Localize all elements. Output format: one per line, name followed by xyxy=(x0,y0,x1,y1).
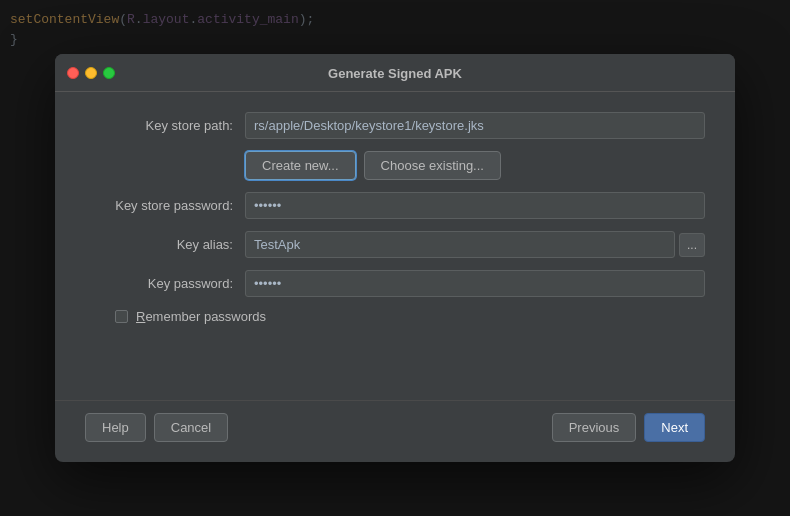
remember-underline: R xyxy=(136,309,145,324)
create-new-button[interactable]: Create new... xyxy=(245,151,356,180)
keystore-action-buttons: Create new... Choose existing... xyxy=(245,151,705,180)
help-button[interactable]: Help xyxy=(85,413,146,442)
key-alias-label: Key alias: xyxy=(85,237,245,252)
maximize-button[interactable] xyxy=(103,67,115,79)
key-alias-browse-button[interactable]: ... xyxy=(679,233,705,257)
generate-signed-apk-dialog: Generate Signed APK Key store path: Crea… xyxy=(55,54,735,462)
remember-passwords-checkbox[interactable] xyxy=(115,310,128,323)
key-alias-field: ... xyxy=(245,231,705,258)
traffic-lights xyxy=(67,67,115,79)
choose-existing-button[interactable]: Choose existing... xyxy=(364,151,501,180)
title-bar: Generate Signed APK xyxy=(55,54,735,92)
key-password-row: Key password: xyxy=(85,270,705,297)
footer-left-buttons: Help Cancel xyxy=(85,413,228,442)
key-password-label: Key password: xyxy=(85,276,245,291)
keystore-path-field xyxy=(245,112,705,139)
keystore-password-field xyxy=(245,192,705,219)
key-password-field xyxy=(245,270,705,297)
keystore-path-input[interactable] xyxy=(245,112,705,139)
keystore-password-label: Key store password: xyxy=(85,198,245,213)
dialog-footer: Help Cancel Previous Next xyxy=(55,400,735,462)
keystore-password-row: Key store password: xyxy=(85,192,705,219)
close-button[interactable] xyxy=(67,67,79,79)
keystore-path-row: Key store path: xyxy=(85,112,705,139)
remember-passwords-label: Remember passwords xyxy=(136,309,266,324)
previous-button[interactable]: Previous xyxy=(552,413,637,442)
dialog-title: Generate Signed APK xyxy=(328,66,462,81)
dialog-body: Key store path: Create new... Choose exi… xyxy=(55,92,735,400)
minimize-button[interactable] xyxy=(85,67,97,79)
footer-right-buttons: Previous Next xyxy=(552,413,705,442)
next-button[interactable]: Next xyxy=(644,413,705,442)
remember-passwords-row: Remember passwords xyxy=(115,309,705,324)
spacer xyxy=(85,344,705,384)
keystore-password-input[interactable] xyxy=(245,192,705,219)
key-password-input[interactable] xyxy=(245,270,705,297)
key-alias-row: Key alias: ... xyxy=(85,231,705,258)
key-alias-input[interactable] xyxy=(245,231,675,258)
keystore-path-label: Key store path: xyxy=(85,118,245,133)
cancel-button[interactable]: Cancel xyxy=(154,413,228,442)
